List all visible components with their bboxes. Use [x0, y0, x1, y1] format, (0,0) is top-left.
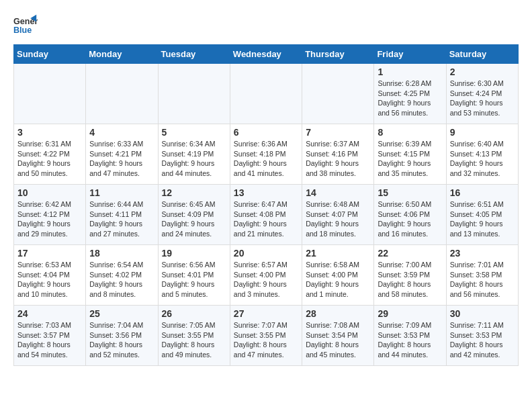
weekday-header-sunday: Sunday	[14, 45, 86, 64]
calendar-cell: 20Sunrise: 6:57 AMSunset: 4:00 PMDayligh…	[230, 245, 302, 306]
calendar-cell: 11Sunrise: 6:44 AMSunset: 4:11 PMDayligh…	[86, 185, 158, 245]
day-details: Sunrise: 7:04 AMSunset: 3:56 PMDaylight:…	[89, 320, 154, 360]
day-details: Sunrise: 6:30 AMSunset: 4:24 PMDaylight:…	[450, 79, 515, 118]
day-number: 7	[306, 127, 370, 138]
day-details: Sunrise: 6:53 AMSunset: 4:04 PMDaylight:…	[17, 260, 82, 300]
day-number: 1	[378, 66, 442, 77]
day-details: Sunrise: 7:07 AMSunset: 3:55 PMDaylight:…	[234, 320, 298, 360]
day-number: 28	[306, 308, 370, 319]
day-number: 18	[89, 248, 154, 259]
calendar-week-row: 17Sunrise: 6:53 AMSunset: 4:04 PMDayligh…	[14, 245, 519, 306]
day-details: Sunrise: 6:56 AMSunset: 4:01 PMDaylight:…	[162, 260, 226, 300]
day-number: 5	[162, 127, 226, 138]
day-number: 24	[17, 308, 82, 319]
day-number: 22	[378, 248, 442, 259]
day-number: 9	[450, 127, 515, 138]
calendar-cell: 5Sunrise: 6:34 AMSunset: 4:19 PMDaylight…	[158, 124, 230, 185]
weekday-header-row: SundayMondayTuesdayWednesdayThursdayFrid…	[14, 45, 519, 64]
calendar-cell: 14Sunrise: 6:48 AMSunset: 4:07 PMDayligh…	[302, 185, 374, 245]
calendar-cell: 21Sunrise: 6:58 AMSunset: 4:00 PMDayligh…	[302, 245, 374, 306]
calendar-cell: 3Sunrise: 6:31 AMSunset: 4:22 PMDaylight…	[14, 124, 86, 185]
day-details: Sunrise: 6:33 AMSunset: 4:21 PMDaylight:…	[89, 139, 154, 179]
day-number: 15	[378, 187, 442, 198]
calendar-cell: 7Sunrise: 6:37 AMSunset: 4:16 PMDaylight…	[302, 124, 374, 185]
calendar-cell: 28Sunrise: 7:08 AMSunset: 3:54 PMDayligh…	[302, 306, 374, 366]
day-details: Sunrise: 6:42 AMSunset: 4:12 PMDaylight:…	[17, 199, 82, 239]
day-number: 29	[378, 308, 442, 319]
day-details: Sunrise: 6:45 AMSunset: 4:09 PMDaylight:…	[162, 199, 226, 239]
calendar-week-row: 3Sunrise: 6:31 AMSunset: 4:22 PMDaylight…	[14, 124, 519, 185]
page-header: General Blue	[13, 13, 519, 38]
calendar-cell: 13Sunrise: 6:47 AMSunset: 4:08 PMDayligh…	[230, 185, 302, 245]
calendar-cell: 9Sunrise: 6:40 AMSunset: 4:13 PMDaylight…	[446, 124, 518, 185]
calendar-cell: 16Sunrise: 6:51 AMSunset: 4:05 PMDayligh…	[446, 185, 518, 245]
day-details: Sunrise: 6:40 AMSunset: 4:13 PMDaylight:…	[450, 139, 515, 179]
day-number: 27	[234, 308, 298, 319]
day-number: 26	[162, 308, 226, 319]
weekday-header-saturday: Saturday	[446, 45, 518, 64]
day-number: 13	[234, 187, 298, 198]
day-number: 12	[162, 187, 226, 198]
weekday-header-friday: Friday	[374, 45, 446, 64]
day-details: Sunrise: 7:01 AMSunset: 3:58 PMDaylight:…	[450, 260, 515, 300]
calendar-cell: 12Sunrise: 6:45 AMSunset: 4:09 PMDayligh…	[158, 185, 230, 245]
day-details: Sunrise: 6:51 AMSunset: 4:05 PMDaylight:…	[450, 199, 515, 239]
day-details: Sunrise: 6:57 AMSunset: 4:00 PMDaylight:…	[234, 260, 298, 300]
calendar-cell: 10Sunrise: 6:42 AMSunset: 4:12 PMDayligh…	[14, 185, 86, 245]
day-number: 3	[17, 127, 82, 138]
weekday-header-wednesday: Wednesday	[230, 45, 302, 64]
day-number: 4	[89, 127, 154, 138]
calendar-cell: 19Sunrise: 6:56 AMSunset: 4:01 PMDayligh…	[158, 245, 230, 306]
calendar-cell: 25Sunrise: 7:04 AMSunset: 3:56 PMDayligh…	[86, 306, 158, 366]
weekday-header-thursday: Thursday	[302, 45, 374, 64]
day-details: Sunrise: 6:39 AMSunset: 4:15 PMDaylight:…	[378, 139, 442, 179]
calendar-cell: 17Sunrise: 6:53 AMSunset: 4:04 PMDayligh…	[14, 245, 86, 306]
day-details: Sunrise: 7:05 AMSunset: 3:55 PMDaylight:…	[162, 320, 226, 360]
calendar-cell	[302, 64, 374, 124]
calendar-cell: 6Sunrise: 6:36 AMSunset: 4:18 PMDaylight…	[230, 124, 302, 185]
day-number: 17	[17, 248, 82, 259]
calendar-cell	[230, 64, 302, 124]
calendar-cell	[86, 64, 158, 124]
day-number: 11	[89, 187, 154, 198]
day-number: 8	[378, 127, 442, 138]
day-details: Sunrise: 6:28 AMSunset: 4:25 PMDaylight:…	[378, 79, 442, 118]
day-details: Sunrise: 6:44 AMSunset: 4:11 PMDaylight:…	[89, 199, 154, 239]
day-details: Sunrise: 6:37 AMSunset: 4:16 PMDaylight:…	[306, 139, 370, 179]
day-details: Sunrise: 6:31 AMSunset: 4:22 PMDaylight:…	[17, 139, 82, 179]
calendar-cell: 8Sunrise: 6:39 AMSunset: 4:15 PMDaylight…	[374, 124, 446, 185]
logo-icon: General Blue	[13, 13, 38, 38]
day-number: 10	[17, 187, 82, 198]
day-number: 20	[234, 248, 298, 259]
calendar-week-row: 1Sunrise: 6:28 AMSunset: 4:25 PMDaylight…	[14, 64, 519, 124]
day-number: 2	[450, 66, 515, 77]
day-number: 25	[89, 308, 154, 319]
calendar-cell: 22Sunrise: 7:00 AMSunset: 3:59 PMDayligh…	[374, 245, 446, 306]
calendar-cell: 29Sunrise: 7:09 AMSunset: 3:53 PMDayligh…	[374, 306, 446, 366]
day-details: Sunrise: 6:58 AMSunset: 4:00 PMDaylight:…	[306, 260, 370, 300]
day-number: 16	[450, 187, 515, 198]
calendar-table: SundayMondayTuesdayWednesdayThursdayFrid…	[13, 44, 519, 366]
calendar-cell: 23Sunrise: 7:01 AMSunset: 3:58 PMDayligh…	[446, 245, 518, 306]
day-number: 19	[162, 248, 226, 259]
calendar-cell: 4Sunrise: 6:33 AMSunset: 4:21 PMDaylight…	[86, 124, 158, 185]
calendar-cell: 26Sunrise: 7:05 AMSunset: 3:55 PMDayligh…	[158, 306, 230, 366]
day-details: Sunrise: 6:47 AMSunset: 4:08 PMDaylight:…	[234, 199, 298, 239]
calendar-cell: 2Sunrise: 6:30 AMSunset: 4:24 PMDaylight…	[446, 64, 518, 124]
calendar-cell	[158, 64, 230, 124]
day-details: Sunrise: 6:50 AMSunset: 4:06 PMDaylight:…	[378, 199, 442, 239]
day-number: 6	[234, 127, 298, 138]
day-details: Sunrise: 6:36 AMSunset: 4:18 PMDaylight:…	[234, 139, 298, 179]
day-number: 14	[306, 187, 370, 198]
weekday-header-tuesday: Tuesday	[158, 45, 230, 64]
day-details: Sunrise: 7:03 AMSunset: 3:57 PMDaylight:…	[17, 320, 82, 360]
day-details: Sunrise: 6:54 AMSunset: 4:02 PMDaylight:…	[89, 260, 154, 300]
calendar-week-row: 24Sunrise: 7:03 AMSunset: 3:57 PMDayligh…	[14, 306, 519, 366]
day-details: Sunrise: 6:48 AMSunset: 4:07 PMDaylight:…	[306, 199, 370, 239]
day-details: Sunrise: 6:34 AMSunset: 4:19 PMDaylight:…	[162, 139, 226, 179]
day-number: 30	[450, 308, 515, 319]
logo: General Blue	[13, 13, 38, 38]
weekday-header-monday: Monday	[86, 45, 158, 64]
calendar-cell: 30Sunrise: 7:11 AMSunset: 3:53 PMDayligh…	[446, 306, 518, 366]
day-number: 21	[306, 248, 370, 259]
